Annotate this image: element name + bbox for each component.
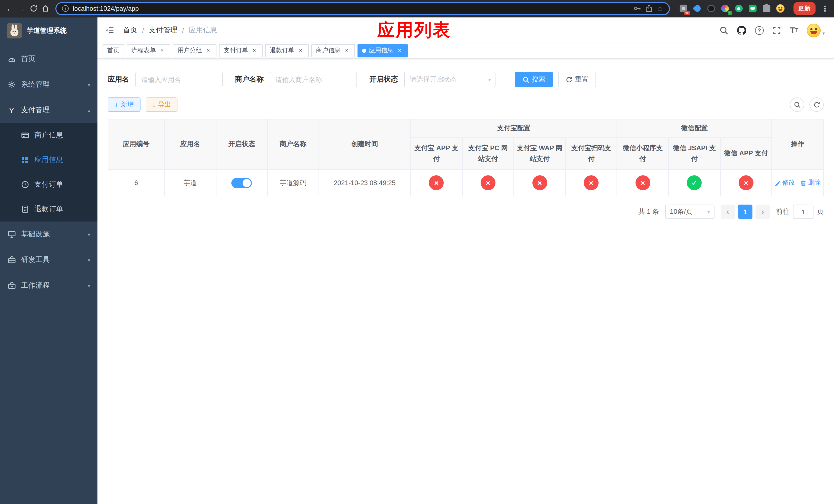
sidebar-item-payment[interactable]: ¥ 支付管理 ▴ <box>0 97 97 123</box>
tab-pay-order[interactable]: 支付订单 × <box>219 44 263 57</box>
status-toggle[interactable] <box>232 178 252 188</box>
col-header-alipay-qr: 支付宝扫码支付 <box>566 138 617 169</box>
sidebar-item-infra[interactable]: 基础设施 ▾ <box>0 222 97 247</box>
user-avatar[interactable]: ▾ <box>807 23 825 37</box>
color-wheel-glyph <box>721 5 729 12</box>
payment-submenu: 商户信息 应用信息 支付订单 <box>0 123 97 222</box>
grid-icon <box>21 156 29 164</box>
sidebar-item-home[interactable]: 首页 <box>0 46 97 72</box>
extension-tabs-icon[interactable]: 10 <box>679 4 688 13</box>
delete-link[interactable]: 删除 <box>800 178 821 187</box>
sidebar-item-label: 商户信息 <box>35 131 63 140</box>
close-tab-icon[interactable]: × <box>396 47 403 54</box>
close-tab-icon[interactable]: × <box>158 47 166 54</box>
home-icon[interactable] <box>41 4 50 13</box>
close-tab-icon[interactable]: × <box>251 47 258 54</box>
sidebar-item-system[interactable]: 系统管理 ▾ <box>0 72 97 97</box>
merchant-name-field-wrap <box>270 72 357 87</box>
edit-link[interactable]: 修改 <box>774 178 795 187</box>
config-status-icon <box>481 175 496 190</box>
col-header-created: 创建时间 <box>319 119 411 169</box>
reset-button[interactable]: 重置 <box>558 72 596 87</box>
goto-page-input[interactable] <box>793 205 813 219</box>
forward-icon[interactable]: → <box>17 4 26 13</box>
address-bar[interactable]: i localhost:1024/pay/app ☆ <box>56 2 670 15</box>
reload-icon[interactable] <box>29 4 38 13</box>
bookmark-star-icon[interactable]: ☆ <box>657 5 663 12</box>
pager-buttons: ‹ 1 › <box>721 205 770 219</box>
col-header-status: 开启状态 <box>216 119 267 169</box>
merchant-name-input[interactable] <box>270 72 357 87</box>
group-header-alipay: 支付宝配置 <box>411 119 617 138</box>
sidebar-item-pay-order[interactable]: 支付订单 <box>0 172 97 197</box>
add-button[interactable]: + 新增 <box>108 97 140 112</box>
monitor-icon <box>7 230 16 239</box>
close-tab-icon[interactable]: × <box>297 47 304 54</box>
close-tab-icon[interactable]: × <box>205 47 212 54</box>
sidebar-item-app-info[interactable]: 应用信息 <box>0 148 97 172</box>
search-icon[interactable] <box>720 26 728 35</box>
font-size-large-glyph: T <box>790 26 795 35</box>
tab-label: 流程表单 <box>131 46 156 55</box>
tab-merchant-info[interactable]: 商户信息 × <box>311 44 355 57</box>
workflow-icon <box>7 281 16 290</box>
extension-dark-icon[interactable] <box>706 4 716 13</box>
export-button[interactable]: ↓ 导出 <box>146 97 177 112</box>
profile-avatar-icon[interactable] <box>775 4 785 13</box>
share-icon[interactable] <box>645 5 653 12</box>
font-size-small-glyph: T <box>795 28 798 33</box>
extension-drop-icon[interactable] <box>693 4 702 13</box>
tab-refund-order[interactable]: 退款订单 × <box>265 44 309 57</box>
fullscreen-icon[interactable] <box>772 26 781 35</box>
refresh-button[interactable] <box>809 97 824 112</box>
back-icon[interactable]: ← <box>5 4 14 13</box>
breadcrumb-payment[interactable]: 支付管理 <box>149 26 177 35</box>
tab-home[interactable]: 首页 <box>103 44 124 57</box>
status-select[interactable]: 请选择开启状态 ▾ <box>404 72 496 87</box>
extensions-puzzle-icon[interactable] <box>762 4 771 13</box>
tab-process-form[interactable]: 流程表单 × <box>127 44 170 57</box>
page-size-select[interactable]: 10条/页 ▾ <box>665 205 715 219</box>
logo-avatar <box>7 23 22 39</box>
sidebar-toggle-icon[interactable] <box>97 18 122 43</box>
extension-wechat-icon[interactable] <box>748 4 757 13</box>
browser-menu-icon[interactable]: ⋮ <box>821 4 829 13</box>
breadcrumb-separator: / <box>182 26 184 35</box>
tab-user-group[interactable]: 用户分组 × <box>173 44 216 57</box>
next-page-button[interactable]: › <box>755 205 770 219</box>
logo-link[interactable]: 芋道管理系统 <box>0 18 97 44</box>
sidebar-item-refund-order[interactable]: 退款订单 <box>0 197 97 222</box>
github-icon[interactable] <box>737 26 746 35</box>
close-tab-icon[interactable]: × <box>343 47 350 54</box>
dark-circle-glyph <box>707 5 715 12</box>
app-name-input[interactable] <box>135 72 223 87</box>
site-info-icon[interactable]: i <box>62 5 69 12</box>
extension-color-wheel-icon[interactable]: 1 <box>720 4 729 13</box>
cell-app-name: 芋道 <box>164 169 216 196</box>
table-toolbar: + 新增 ↓ 导出 <box>108 97 824 112</box>
yen-icon: ¥ <box>7 106 16 115</box>
config-status-icon <box>739 175 753 190</box>
sidebar-item-label: 应用信息 <box>35 155 63 165</box>
breadcrumb-home[interactable]: 首页 <box>123 26 137 35</box>
password-key-icon[interactable] <box>634 5 641 12</box>
status-select-placeholder: 请选择开启状态 <box>410 75 457 84</box>
tab-app-info[interactable]: 应用信息 × <box>357 44 408 57</box>
toggle-search-button[interactable] <box>790 97 804 112</box>
sidebar-item-merchant-info[interactable]: 商户信息 <box>0 123 97 148</box>
status-field-wrap: 请选择开启状态 ▾ <box>404 72 496 87</box>
sidebar-item-workflow[interactable]: 工作流程 ▾ <box>0 273 97 298</box>
current-page-button[interactable]: 1 <box>738 205 752 219</box>
chrome-update-button[interactable]: 更新 <box>793 2 815 15</box>
main-area: 首页 / 支付管理 / 应用信息 应用列表 ? <box>97 18 834 504</box>
sidebar-item-devtools[interactable]: 研发工具 ▾ <box>0 247 97 273</box>
help-icon[interactable]: ? <box>755 26 764 35</box>
font-size-icon[interactable]: TT <box>790 26 798 35</box>
sidebar-item-label: 支付订单 <box>35 180 63 189</box>
chevron-down-icon: ▾ <box>707 209 710 214</box>
prev-page-button[interactable]: ‹ <box>721 205 735 219</box>
extension-green-ring-icon[interactable] <box>734 4 743 13</box>
search-button[interactable]: 搜索 <box>515 72 553 87</box>
table-row: 6 芋道 芋道源码 2021-10-23 08:49:25 <box>108 169 824 196</box>
goto-suffix: 页 <box>817 207 824 216</box>
